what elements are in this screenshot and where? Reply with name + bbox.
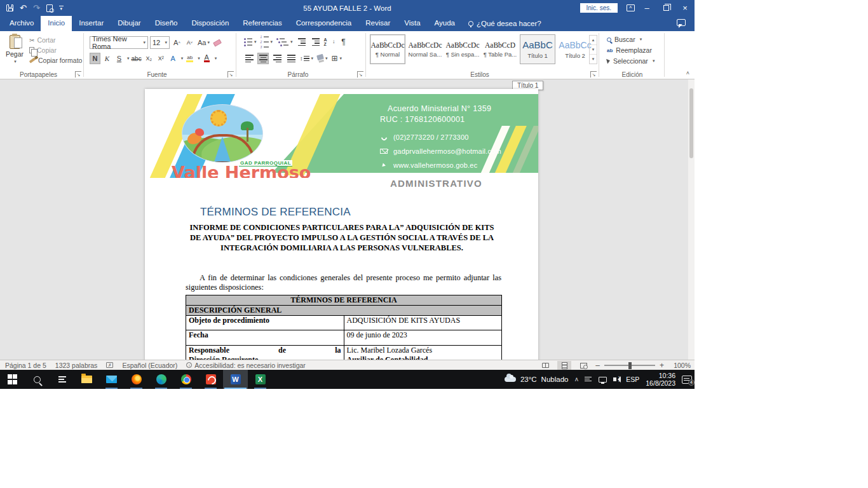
undo-icon[interactable]: ↶ bbox=[20, 4, 27, 12]
tray-pen-icon[interactable] bbox=[585, 377, 592, 383]
tab-dibujar[interactable]: Dibujar bbox=[111, 16, 147, 31]
save-icon[interactable] bbox=[6, 4, 13, 11]
tab-ayuda[interactable]: Ayuda bbox=[428, 16, 462, 31]
tab-archivo[interactable]: Archivo bbox=[3, 16, 41, 31]
font-name-combo[interactable]: Times New Roma▾ bbox=[90, 36, 148, 49]
zoom-slider[interactable] bbox=[604, 365, 655, 366]
shrink-font-button[interactable]: A˅ bbox=[184, 37, 195, 48]
style-sin-espaciado[interactable]: AaBbCcDc¶ Sin espa... bbox=[445, 34, 480, 64]
table-row[interactable]: Fecha 09 de junio de 2023 bbox=[186, 330, 502, 346]
file-explorer-button[interactable] bbox=[74, 370, 99, 389]
change-case-button[interactable]: Aa▾ bbox=[197, 37, 210, 48]
highlight-button[interactable]: ab bbox=[184, 53, 195, 64]
font-color-button[interactable]: A bbox=[201, 53, 212, 64]
vertical-scrollbar[interactable] bbox=[688, 79, 695, 360]
pdf-app-button[interactable] bbox=[198, 370, 223, 389]
chrome-button[interactable] bbox=[173, 370, 198, 389]
clock[interactable]: 10:36 16/8/2023 bbox=[646, 372, 675, 387]
firefox-button[interactable] bbox=[124, 370, 149, 389]
table-title-row[interactable]: TÉRMINOS DE REFERENCIA bbox=[186, 295, 502, 306]
keyboard-language[interactable]: ESP bbox=[626, 376, 639, 383]
doc-intro-paragraph[interactable]: A fin de determinar las condiciones gene… bbox=[186, 273, 501, 292]
zoom-in-button[interactable]: + bbox=[660, 362, 664, 369]
network-icon[interactable] bbox=[599, 377, 607, 383]
taskbar-search-button[interactable] bbox=[25, 370, 50, 389]
superscript-button[interactable]: X² bbox=[156, 53, 166, 64]
clear-formatting-button[interactable] bbox=[212, 37, 223, 48]
subscript-button[interactable]: X₂ bbox=[144, 53, 154, 64]
tray-expand-button[interactable]: ˄ bbox=[574, 376, 578, 383]
style-normal[interactable]: AaBbCcDc¶ Normal bbox=[370, 34, 405, 64]
tab-revisar[interactable]: Revisar bbox=[358, 16, 397, 31]
excel-app-button[interactable]: X bbox=[248, 370, 273, 389]
edge-button[interactable] bbox=[149, 370, 173, 389]
tab-vista[interactable]: Vista bbox=[397, 16, 427, 31]
font-color-caret-icon[interactable]: ▾ bbox=[215, 56, 217, 61]
text-effects-button[interactable]: A bbox=[168, 53, 179, 64]
doc-bold-paragraph[interactable]: INFORME DE CONDICIONES PARTICULARES PARA… bbox=[189, 222, 494, 253]
tab-referencias[interactable]: Referencias bbox=[236, 16, 288, 31]
styles-gallery-more[interactable]: ▼ bbox=[590, 55, 597, 64]
paragraph-dialog-launcher[interactable]: ↘ bbox=[357, 71, 363, 78]
close-button[interactable]: × bbox=[675, 0, 695, 16]
zoom-slider-handle[interactable] bbox=[628, 362, 632, 369]
increase-indent-button[interactable] bbox=[310, 36, 322, 48]
grow-font-button[interactable]: A˄ bbox=[172, 37, 182, 48]
decrease-indent-button[interactable] bbox=[296, 36, 308, 48]
tab-correspondencia[interactable]: Correspondencia bbox=[289, 16, 359, 31]
shading-button[interactable]: ▾ bbox=[316, 53, 329, 64]
cut-button[interactable]: ✂Cortar bbox=[29, 36, 82, 44]
styles-dialog-launcher[interactable]: ↘ bbox=[590, 71, 597, 78]
document-page[interactable]: Acuerdo Ministerial N° 1359 RUC : 176812… bbox=[145, 89, 538, 360]
font-dialog-launcher[interactable]: ↘ bbox=[227, 71, 234, 78]
zoom-out-button[interactable]: – bbox=[595, 362, 600, 369]
table-section-row[interactable]: DESCRIPCIÓN GENERAL bbox=[186, 306, 502, 316]
find-button[interactable]: Buscar▾ bbox=[607, 36, 654, 43]
tab-insertar[interactable]: Insertar bbox=[72, 16, 111, 31]
print-preview-icon[interactable] bbox=[46, 4, 53, 12]
proofing-status[interactable]: ✗ bbox=[106, 362, 113, 368]
line-spacing-button[interactable]: ↕▾ bbox=[299, 53, 314, 64]
word-count[interactable]: 1323 palabras bbox=[55, 362, 98, 369]
tab-diseno[interactable]: Diseño bbox=[148, 16, 185, 31]
tell-me-box[interactable]: ¿Qué desea hacer? bbox=[462, 16, 548, 31]
highlight-caret-icon[interactable]: ▾ bbox=[198, 56, 200, 61]
styles-scroll-up[interactable]: ▲ bbox=[590, 36, 597, 45]
copy-button[interactable]: Copiar bbox=[29, 46, 82, 54]
language-indicator[interactable]: Español (Ecuador) bbox=[122, 362, 177, 369]
italic-button[interactable]: K bbox=[102, 53, 112, 64]
replace-button[interactable]: abReemplazar bbox=[607, 46, 654, 54]
collapse-ribbon-button[interactable]: ˄ bbox=[686, 70, 689, 76]
clipboard-dialog-launcher[interactable]: ↘ bbox=[75, 71, 81, 78]
sort-button[interactable]: AZ↓ bbox=[324, 37, 336, 46]
align-center-button[interactable] bbox=[257, 53, 269, 64]
accessibility-status[interactable]: iAccesibilidad: es necesario investigar bbox=[186, 362, 306, 369]
borders-button[interactable]: ⊞▾ bbox=[331, 53, 343, 64]
volume-icon[interactable] bbox=[613, 377, 620, 381]
task-view-button[interactable] bbox=[50, 370, 74, 389]
scrollbar-thumb[interactable] bbox=[689, 88, 693, 158]
align-left-button[interactable] bbox=[243, 53, 255, 64]
mail-app-button[interactable] bbox=[99, 370, 124, 389]
numbering-button[interactable]: 123▾ bbox=[260, 36, 274, 48]
start-button[interactable] bbox=[0, 370, 25, 389]
show-marks-button[interactable]: ¶ bbox=[338, 36, 349, 48]
style-table-pa[interactable]: AaBbCcD¶ Table Pa... bbox=[482, 34, 518, 64]
underline-caret-icon[interactable]: ▾ bbox=[127, 56, 130, 61]
restore-button[interactable] bbox=[656, 0, 675, 16]
style-titulo-1[interactable]: AaBbCTítulo 1 bbox=[520, 34, 555, 64]
underline-button[interactable]: S bbox=[114, 53, 125, 64]
customize-qat-icon[interactable]: ▾ bbox=[59, 6, 64, 10]
select-button[interactable]: Seleccionar▾ bbox=[607, 57, 654, 65]
ribbon-display-options-icon[interactable] bbox=[627, 4, 635, 11]
bullets-button[interactable]: ▾ bbox=[243, 36, 257, 48]
multilevel-list-button[interactable]: ▾ bbox=[276, 36, 294, 48]
doc-heading[interactable]: TÉRMINOS DE REFERENCIA bbox=[200, 206, 351, 219]
tab-inicio[interactable]: Inicio bbox=[41, 16, 72, 31]
print-layout-button[interactable] bbox=[557, 361, 571, 370]
strikethrough-button[interactable]: abc bbox=[131, 53, 142, 64]
web-layout-button[interactable] bbox=[576, 361, 590, 370]
redo-icon[interactable]: ↷ bbox=[33, 4, 40, 12]
minimize-button[interactable]: – bbox=[637, 0, 656, 16]
text-effects-caret-icon[interactable]: ▾ bbox=[181, 56, 184, 61]
